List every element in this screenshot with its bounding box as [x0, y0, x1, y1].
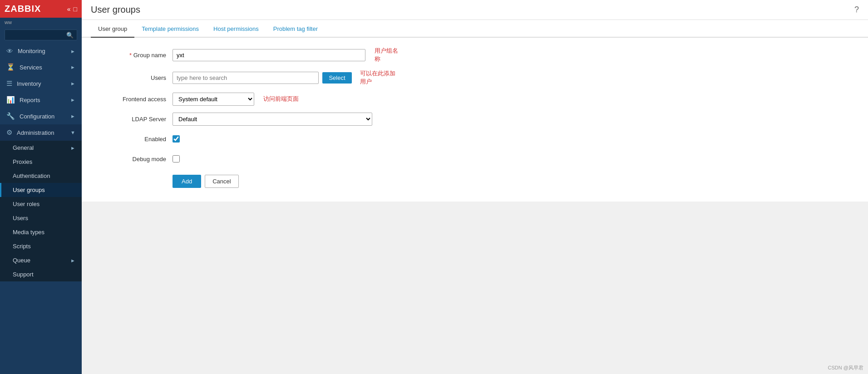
monitoring-icon: 👁 [6, 47, 13, 55]
sidebar-item-users[interactable]: Users [0, 211, 82, 225]
sidebar-sub-label: Queue [13, 257, 30, 264]
group-name-control: 用户组名称 [173, 47, 399, 63]
users-annotation: 可以在此添加用户 [360, 69, 399, 86]
tab-template-permissions[interactable]: Template permissions [134, 20, 206, 38]
sidebar-item-administration[interactable]: ⚙ Administration ▼ [0, 124, 82, 141]
sidebar-item-user-groups[interactable]: User groups [0, 183, 82, 197]
users-control: Select 可以在此添加用户 [173, 69, 399, 86]
sidebar-sub-label: Proxies [13, 158, 32, 165]
tab-problem-tag-filter[interactable]: Problem tag filter [266, 20, 325, 38]
users-row: Users Select 可以在此添加用户 [91, 69, 859, 86]
cancel-button[interactable]: Cancel [205, 175, 238, 188]
configuration-icon: 🔧 [6, 112, 15, 120]
sidebar-header: ZABBIX « □ [0, 0, 82, 18]
frontend-access-control: System default Internal LDAP Disabled 访问… [173, 93, 399, 106]
sidebar-item-proxies[interactable]: Proxies [0, 155, 82, 169]
sidebar-item-label: Inventory [17, 80, 41, 87]
form-body: Group name 用户组名称 Users Select 可以在此添加用户 [82, 38, 868, 202]
chevron-right-icon: ► [70, 97, 75, 103]
content-area: User group Template permissions Host per… [82, 20, 868, 374]
select-button[interactable]: Select [322, 72, 351, 84]
sidebar-item-reports[interactable]: 📊 Reports ► [0, 92, 82, 108]
enabled-control [173, 135, 399, 143]
form-actions: Add Cancel [91, 175, 859, 188]
topbar: User groups ? [82, 0, 868, 20]
chevron-right-icon: ► [70, 81, 75, 86]
group-name-annotation: 用户组名称 [375, 47, 399, 63]
tab-user-group[interactable]: User group [91, 20, 134, 38]
ldap-server-label: LDAP Server [91, 116, 173, 123]
debug-mode-row: Debug mode [91, 152, 859, 166]
sidebar-item-configuration[interactable]: 🔧 Configuration ► [0, 108, 82, 124]
debug-mode-label: Debug mode [91, 156, 173, 162]
sidebar-sub-label: Support [13, 271, 34, 278]
collapse-icon[interactable]: « [67, 5, 71, 13]
sidebar-user: ww [0, 18, 82, 27]
sidebar-item-label: Monitoring [18, 48, 45, 54]
fullscreen-icon[interactable]: □ [74, 5, 77, 13]
ldap-server-control: Default [173, 113, 399, 126]
search-icon: 🔍 [66, 32, 74, 39]
chevron-down-icon: ▼ [70, 130, 75, 135]
group-name-input[interactable] [173, 49, 365, 61]
administration-icon: ⚙ [6, 128, 12, 137]
add-button[interactable]: Add [173, 175, 201, 188]
sidebar-item-media-types[interactable]: Media types [0, 225, 82, 239]
chevron-right-icon: ► [70, 64, 75, 70]
sidebar: ZABBIX « □ ww 🔍 👁 Monitoring ► ⏳ Service… [0, 0, 82, 374]
chevron-right-icon: ► [70, 113, 75, 119]
form-container: User group Template permissions Host per… [82, 20, 868, 202]
debug-mode-control [173, 155, 399, 162]
debug-mode-checkbox[interactable] [173, 155, 180, 162]
frontend-access-row: Frontend access System default Internal … [91, 92, 859, 106]
sidebar-sub-label: Users [13, 215, 28, 221]
enabled-row: Enabled [91, 132, 859, 146]
chevron-right-icon: ► [70, 258, 75, 263]
sidebar-sub-label: User groups [13, 187, 45, 193]
reports-icon: 📊 [6, 96, 15, 104]
sidebar-sub-label: Media types [13, 229, 44, 236]
group-name-label: Group name [91, 52, 173, 59]
sidebar-sub-label: General [13, 144, 34, 151]
sidebar-sub-label: Authentication [13, 172, 50, 179]
sidebar-item-general[interactable]: General ► [0, 141, 82, 155]
sidebar-item-inventory[interactable]: ☰ Inventory ► [0, 75, 82, 92]
sidebar-search-container: 🔍 [0, 27, 82, 43]
enabled-label: Enabled [91, 136, 173, 143]
group-name-row: Group name 用户组名称 [91, 47, 859, 63]
frontend-access-label: Frontend access [91, 96, 173, 103]
sidebar-item-services[interactable]: ⏳ Services ► [0, 59, 82, 75]
chevron-right-icon: ► [70, 145, 75, 151]
page-title: User groups [91, 5, 140, 15]
tabs-bar: User group Template permissions Host per… [82, 20, 868, 38]
sidebar-item-label: Administration [17, 129, 54, 136]
sidebar-item-label: Services [20, 64, 42, 71]
sidebar-item-label: Reports [20, 97, 40, 103]
sidebar-item-authentication[interactable]: Authentication [0, 169, 82, 183]
logo[interactable]: ZABBIX [5, 4, 41, 14]
sidebar-item-queue[interactable]: Queue ► [0, 253, 82, 267]
services-icon: ⏳ [6, 63, 15, 71]
ldap-server-select[interactable]: Default [173, 113, 372, 126]
chevron-right-icon: ► [70, 49, 75, 54]
sidebar-item-monitoring[interactable]: 👁 Monitoring ► [0, 43, 82, 59]
ldap-server-row: LDAP Server Default [91, 112, 859, 126]
frontend-access-select[interactable]: System default Internal LDAP Disabled [173, 93, 254, 106]
inventory-icon: ☰ [6, 79, 12, 88]
users-search-input[interactable] [173, 72, 319, 84]
sidebar-sub-label: User roles [13, 201, 39, 207]
enabled-checkbox[interactable] [173, 135, 180, 143]
main-content: User groups ? User group Template permis… [82, 0, 868, 374]
sidebar-sub-label: Scripts [13, 243, 31, 250]
tab-host-permissions[interactable]: Host permissions [206, 20, 266, 38]
sidebar-item-label: Configuration [20, 113, 54, 120]
help-icon[interactable]: ? [854, 5, 859, 15]
frontend-access-annotation: 访问前端页面 [263, 95, 299, 103]
sidebar-header-icons: « □ [67, 5, 77, 13]
users-label: Users [91, 74, 173, 81]
sidebar-item-support[interactable]: Support [0, 267, 82, 281]
sidebar-item-scripts[interactable]: Scripts [0, 239, 82, 253]
sidebar-item-user-roles[interactable]: User roles [0, 197, 82, 211]
watermark: CSDN @风早君 [828, 364, 863, 371]
